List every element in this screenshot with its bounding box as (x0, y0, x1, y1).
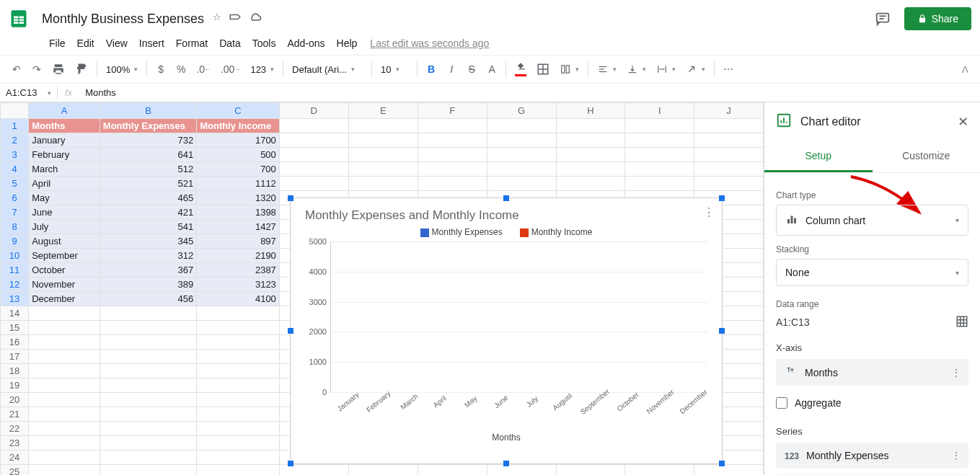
number-format-dropdown[interactable]: 123 (246, 63, 278, 76)
close-icon[interactable]: ✕ (958, 114, 968, 130)
decrease-decimal-button[interactable]: .0← (192, 59, 215, 79)
cell[interactable] (348, 119, 418, 133)
chart-menu-icon[interactable]: ⋮ (703, 205, 715, 219)
cell[interactable] (279, 133, 348, 148)
cell[interactable] (279, 162, 348, 177)
sheets-logo[interactable] (4, 4, 33, 33)
cell[interactable]: April (29, 177, 100, 191)
cell[interactable] (279, 177, 348, 191)
cell[interactable]: 421 (100, 205, 196, 220)
cell[interactable] (100, 407, 196, 422)
cell[interactable]: 3123 (197, 278, 280, 292)
stacking-select[interactable]: None (776, 259, 968, 286)
cell[interactable] (29, 407, 100, 422)
cell[interactable] (418, 119, 487, 133)
cell[interactable]: 389 (100, 278, 196, 292)
row-header[interactable]: 25 (1, 465, 29, 476)
cell[interactable] (100, 422, 196, 436)
cell[interactable]: 1398 (197, 205, 280, 220)
row-header[interactable]: 8 (1, 220, 29, 234)
cell[interactable]: January (29, 133, 100, 148)
cell[interactable]: 1112 (197, 177, 280, 191)
cell[interactable] (348, 148, 418, 162)
cell[interactable] (29, 335, 100, 350)
cell[interactable] (348, 177, 418, 191)
select-range-icon[interactable] (955, 315, 968, 330)
cell[interactable] (197, 436, 280, 450)
cell[interactable] (556, 177, 625, 191)
menu-tools[interactable]: Tools (248, 35, 281, 52)
cell[interactable]: 700 (197, 162, 280, 177)
cell[interactable] (100, 436, 196, 450)
undo-button[interactable]: ↶ (7, 59, 26, 79)
cell[interactable]: July (29, 220, 100, 234)
cell[interactable] (29, 465, 100, 476)
cell[interactable]: Monthly Expenses (100, 119, 196, 133)
row-header[interactable]: 2 (1, 133, 29, 148)
row-header[interactable]: 14 (1, 306, 29, 321)
cell[interactable] (694, 177, 764, 191)
cell[interactable] (197, 350, 280, 364)
row-header[interactable]: 7 (1, 205, 29, 220)
cell[interactable]: September (29, 249, 100, 263)
cell[interactable] (625, 465, 694, 476)
cell[interactable] (556, 119, 625, 133)
row-header[interactable]: 12 (1, 278, 29, 292)
cell[interactable]: 465 (100, 191, 196, 205)
cell[interactable]: 1427 (197, 220, 280, 234)
cell[interactable] (197, 321, 280, 335)
cell[interactable]: February (29, 148, 100, 162)
row-header[interactable]: 9 (1, 234, 29, 249)
aggregate-checkbox[interactable] (776, 397, 787, 409)
cell[interactable]: 4100 (197, 292, 280, 306)
comments-button[interactable] (870, 6, 896, 32)
last-edit-link[interactable]: Last edit was seconds ago (370, 37, 489, 49)
cell[interactable] (100, 335, 196, 350)
cell[interactable] (694, 465, 764, 476)
menu-file[interactable]: File (45, 35, 70, 52)
merge-button[interactable] (555, 63, 583, 76)
formula-bar[interactable]: Months (79, 87, 980, 98)
move-icon[interactable] (229, 12, 242, 27)
cell[interactable]: 732 (100, 133, 196, 148)
cell[interactable] (556, 133, 625, 148)
cell[interactable] (556, 162, 625, 177)
col-header[interactable]: D (279, 103, 348, 119)
cell[interactable]: 521 (100, 177, 196, 191)
row-header[interactable]: 11 (1, 263, 29, 278)
cell[interactable] (197, 407, 280, 422)
cell[interactable] (625, 119, 694, 133)
col-header[interactable]: H (556, 103, 625, 119)
cell[interactable] (487, 177, 556, 191)
star-icon[interactable]: ☆ (213, 12, 221, 27)
cell[interactable] (625, 148, 694, 162)
cell[interactable] (100, 350, 196, 364)
cell[interactable]: 367 (100, 263, 196, 278)
redo-button[interactable]: ↷ (27, 59, 46, 79)
cell[interactable] (348, 465, 418, 476)
cell[interactable] (487, 133, 556, 148)
cell[interactable] (29, 321, 100, 335)
row-header[interactable]: 24 (1, 450, 29, 465)
rotate-button[interactable] (681, 63, 710, 76)
cell[interactable]: 641 (100, 148, 196, 162)
cell[interactable] (694, 133, 764, 148)
row-header[interactable]: 13 (1, 292, 29, 306)
cell[interactable] (100, 450, 196, 465)
menu-insert[interactable]: Insert (135, 35, 169, 52)
cell[interactable] (100, 393, 196, 407)
text-color-button[interactable]: A (482, 59, 501, 79)
row-header[interactable]: 18 (1, 364, 29, 378)
share-button[interactable]: Share (904, 7, 971, 30)
increase-decimal-button[interactable]: .00→ (216, 59, 244, 79)
row-header[interactable]: 10 (1, 249, 29, 263)
cell[interactable] (418, 465, 487, 476)
cell[interactable] (487, 148, 556, 162)
currency-button[interactable]: $ (151, 59, 170, 79)
cell[interactable] (29, 364, 100, 378)
cell[interactable]: March (29, 162, 100, 177)
cell[interactable]: 2387 (197, 263, 280, 278)
cell[interactable] (556, 465, 625, 476)
font-size-dropdown[interactable]: 10 (376, 63, 412, 76)
row-header[interactable]: 19 (1, 378, 29, 393)
